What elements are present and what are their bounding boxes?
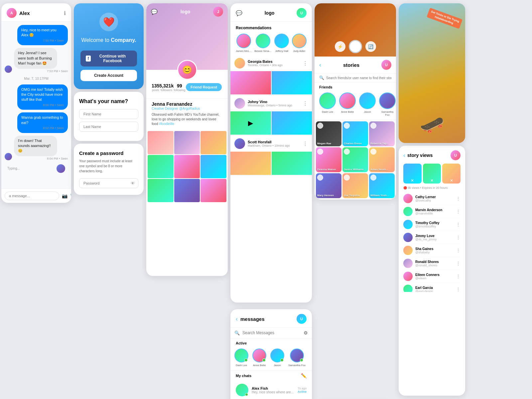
sv-viewer: Jimmy Love @its_me_jimmy ⋮: [403, 231, 461, 244]
story-card[interactable]: William Yosh...: [369, 173, 395, 198]
feed-post: Georgia Bates Toronto, Ontario • 30s ago…: [230, 55, 312, 95]
typing-indicator: Typing...: [5, 163, 68, 174]
rec-name: James McL...: [236, 50, 252, 53]
filter-icon[interactable]: ⚙: [304, 330, 308, 335]
profile-avatar: 😊: [177, 60, 197, 80]
first-name-input[interactable]: [79, 109, 138, 119]
create-account-button[interactable]: Create Account: [80, 70, 137, 81]
active-avatar: [234, 348, 248, 362]
viewer-info: Jimmy Love @its_me_jimmy: [415, 234, 453, 241]
viewer-avatar: [403, 272, 413, 281]
edit-icon[interactable]: ✏️: [301, 373, 307, 378]
close-icon[interactable]: ✕: [450, 178, 453, 183]
post-image: [272, 71, 312, 94]
more-icon[interactable]: ⋮: [303, 60, 308, 66]
viewer-info: Cathy Lerner @lovecathy: [415, 195, 453, 202]
camera-icon[interactable]: 📷: [62, 193, 67, 199]
sv-header: ‹ story views U: [403, 150, 461, 160]
sv-back-button[interactable]: ‹: [403, 152, 405, 159]
camera-switch-button[interactable]: 🔄: [365, 41, 376, 52]
last-name-input[interactable]: [79, 122, 138, 132]
eye-icon[interactable]: 👁: [131, 181, 135, 186]
friend-item: Dash Lee: [319, 92, 336, 116]
info-icon[interactable]: ℹ: [64, 10, 66, 16]
password-input[interactable]: [79, 178, 138, 188]
post-username: Georgia Bates: [248, 60, 283, 64]
viewer-name: Earl Garcia: [415, 286, 453, 290]
story-card[interactable]: Mary Hennen: [316, 173, 341, 198]
message-search-input[interactable]: [242, 331, 301, 335]
back-button[interactable]: ‹: [236, 316, 238, 323]
viewer-avatar: [403, 259, 413, 268]
story-card[interactable]: Janice Williams: [342, 147, 368, 172]
chat-name: Alex Fish: [252, 386, 294, 390]
viewer-avatar: [403, 246, 413, 255]
recommendations-section: Recommendations James McL... Bessie Sima…: [230, 22, 312, 55]
sv-title: story views: [407, 153, 433, 158]
attachment-icon[interactable]: 📎: [70, 193, 71, 199]
stories-back-button[interactable]: ‹: [319, 62, 321, 68]
more-icon[interactable]: ⋮: [456, 222, 461, 227]
story-card[interactable]: Deanna Walser: [316, 147, 341, 172]
rec-users: James McL... Bessie Sima... Jeffery Hall…: [236, 34, 307, 53]
close-icon[interactable]: ✕: [411, 178, 414, 183]
flash-button[interactable]: ⚡: [335, 41, 345, 52]
sv-thumb[interactable]: ✕: [403, 164, 422, 184]
more-icon[interactable]: ⋮: [456, 274, 461, 279]
close-icon[interactable]: ✕: [430, 178, 434, 183]
stories-search-input[interactable]: [326, 76, 391, 80]
more-icon[interactable]: ⋮: [303, 100, 308, 107]
post-user-info: Georgia Bates Toronto, Ontario • 30s ago: [234, 58, 283, 68]
story-user-avatar: [344, 123, 350, 129]
message-search-bar: 🔍 ⚙: [230, 328, 312, 338]
story-grid: Megan Rae Charles Dixon Rebecca Tay... D…: [315, 120, 396, 200]
profile-bio: Obsessed with Fahim MD's YouTube channel…: [152, 112, 222, 126]
message-row: Hey Jenna!! I see were both at Burning M…: [5, 48, 68, 72]
sv-user-avatar[interactable]: U: [451, 150, 461, 160]
more-icon[interactable]: ⋮: [456, 209, 461, 214]
more-icon[interactable]: ⋮: [456, 235, 461, 240]
story-user-avatar: [344, 175, 350, 181]
story-card[interactable]: Rebecca Tay...: [369, 121, 395, 146]
active-user-name: Dash Lee: [234, 364, 248, 367]
story-card[interactable]: Megan Rae: [316, 121, 341, 146]
message-icon[interactable]: 💬: [236, 10, 242, 16]
messages-user-avatar[interactable]: U: [297, 314, 307, 324]
story-card[interactable]: Charles Dixon: [342, 121, 368, 146]
capture-button[interactable]: [349, 40, 362, 53]
more-icon[interactable]: ⋮: [303, 141, 308, 147]
sv-thumbnails: ✕ ✕ ✕: [403, 164, 461, 184]
more-icon[interactable]: ⋮: [456, 287, 461, 292]
chat-info: Alex Fish Hey, nice shoes where are...: [252, 386, 294, 394]
feed-user-avatar[interactable]: U: [297, 8, 307, 18]
story-card[interactable]: Adam Neum...: [369, 147, 395, 172]
online-indicator: [245, 393, 248, 396]
post-location: Mississauga, Ontario • 5mins ago: [248, 104, 292, 107]
more-icon[interactable]: ⋮: [456, 196, 461, 201]
msg-time: 7:53 PM • Seen: [14, 69, 68, 73]
msg-time: 8:00 PM • Seen: [21, 103, 64, 107]
sv-thumb[interactable]: ✕: [442, 164, 461, 184]
story-username: Megan Rae: [317, 142, 331, 145]
profile-header-avatar[interactable]: J: [213, 7, 223, 17]
more-icon[interactable]: ⋮: [456, 248, 461, 253]
online-badge: [244, 358, 248, 362]
friend-request-button[interactable]: Friend Request: [186, 83, 222, 91]
stories-user-avatar[interactable]: U: [381, 60, 391, 70]
story-user-avatar: [317, 123, 323, 129]
rec-user: James McL...: [236, 34, 252, 53]
more-icon[interactable]: ⋮: [456, 261, 461, 266]
story-card[interactable]: Joe Terpstra: [342, 173, 368, 198]
sv-thumb[interactable]: ✕: [423, 164, 441, 184]
facebook-login-button[interactable]: f Continue with Facebook: [80, 51, 137, 66]
sv-meta: 🔴 9k views • Expires in 20 hours: [403, 186, 461, 190]
rec-name: Jeffery Hall: [274, 50, 289, 53]
welcome-column: ❤️ Welcome to Company. f Continue with F…: [74, 3, 144, 396]
post-location: Toronto, Ontario • 30s ago: [248, 64, 283, 67]
friend-name: Dash Lee: [319, 110, 336, 113]
viewer-handle: @marvin4life: [415, 212, 453, 215]
chat-list-item[interactable]: Alex Fish Hey, nice shoes where are... 7…: [230, 381, 312, 399]
viewer-handle: @timontbcoffey: [415, 225, 453, 228]
message-input[interactable]: [5, 192, 59, 200]
chat-time: 7s ago: [298, 387, 307, 390]
